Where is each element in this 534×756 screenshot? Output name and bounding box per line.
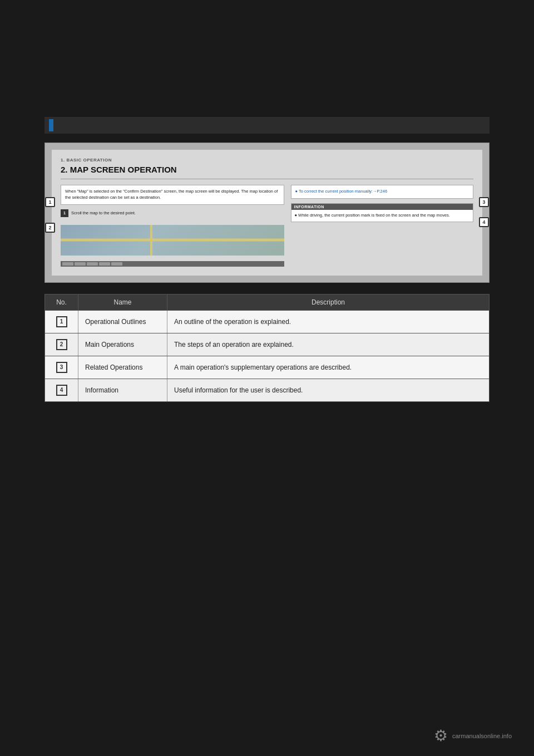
section-header	[44, 117, 490, 134]
watermark-icon: ⚙	[434, 726, 448, 745]
number-badge-4: 4	[56, 385, 67, 396]
table-row: 4 Information Useful information for the…	[45, 379, 489, 401]
col-header-description: Description	[167, 294, 489, 310]
watermark-text: carmanualsonline.info	[452, 733, 512, 739]
info-box: INFORMATION ● While driving, the current…	[291, 203, 474, 222]
watermark: ⚙ carmanualsonline.info	[434, 726, 512, 745]
callout-2: 2	[45, 223, 55, 233]
map-road-vertical	[150, 225, 152, 256]
callout-4: 4	[479, 217, 489, 227]
manual-step-row: 1 Scroll the map to the desired point.	[61, 209, 284, 217]
operations-table: No. Name Description 1 Operational Outli…	[44, 294, 490, 402]
map-ctrl-2	[75, 262, 86, 266]
row1-description: An outline of the operation is explained…	[167, 311, 489, 333]
row2-description: The steps of an operation are explained.	[167, 333, 489, 356]
manual-section-label: 1. BASIC OPERATION	[61, 158, 473, 163]
row2-name: Main Operations	[78, 333, 167, 356]
number-badge-3: 3	[56, 362, 67, 373]
operational-outline-box: When "Map" is selected on the "Confirm D…	[61, 185, 284, 205]
section-header-bar	[49, 119, 53, 131]
row3-no: 3	[45, 356, 78, 379]
map-ctrl-1	[62, 262, 73, 266]
related-operations-box: ● To correct the current position manual…	[291, 185, 474, 199]
manual-screenshot: 1. BASIC OPERATION 2. MAP SCREEN OPERATI…	[44, 143, 490, 283]
row4-name: Information	[78, 379, 167, 401]
manual-right-col: ● To correct the current position manual…	[291, 185, 474, 267]
table-header-row: No. Name Description	[45, 294, 489, 310]
map-ctrl-4	[99, 262, 110, 266]
info-box-content: ● While driving, the current position ma…	[291, 210, 473, 222]
table-row: 3 Related Operations A main operation's …	[45, 356, 489, 379]
row2-no: 2	[45, 333, 78, 356]
number-badge-1: 1	[56, 316, 67, 327]
manual-content-row: When "Map" is selected on the "Confirm D…	[61, 185, 473, 267]
map-inner	[61, 225, 284, 256]
info-box-header: INFORMATION	[291, 204, 473, 210]
manual-title: 2. MAP SCREEN OPERATION	[61, 165, 473, 179]
row1-name: Operational Outlines	[78, 311, 167, 333]
callout-3: 3	[479, 197, 489, 207]
row4-no: 4	[45, 379, 78, 401]
row4-description: Useful information for the user is descr…	[167, 379, 489, 401]
step-number-1: 1	[61, 209, 68, 217]
col-header-no: No.	[45, 294, 78, 310]
map-placeholder	[61, 225, 284, 256]
number-badge-2: 2	[56, 339, 67, 350]
map-controls-bar	[61, 261, 284, 267]
map-ctrl-5	[111, 262, 122, 266]
table-row: 2 Main Operations The steps of an operat…	[45, 333, 489, 356]
row1-no: 1	[45, 311, 78, 333]
table-row: 1 Operational Outlines An outline of the…	[45, 310, 489, 333]
callout-1: 1	[45, 197, 55, 207]
col-header-name: Name	[78, 294, 167, 310]
step-text-1: Scroll the map to the desired point.	[71, 209, 136, 215]
page: 1. BASIC OPERATION 2. MAP SCREEN OPERATI…	[0, 0, 534, 756]
content-area: 1. BASIC OPERATION 2. MAP SCREEN OPERATI…	[44, 117, 490, 402]
manual-inner: 1. BASIC OPERATION 2. MAP SCREEN OPERATI…	[52, 150, 482, 276]
manual-left-col: When "Map" is selected on the "Confirm D…	[61, 185, 284, 267]
map-road-horizontal	[61, 239, 284, 242]
map-ctrl-3	[87, 262, 98, 266]
row3-name: Related Operations	[78, 356, 167, 379]
row3-description: A main operation's supplementary operati…	[167, 356, 489, 379]
